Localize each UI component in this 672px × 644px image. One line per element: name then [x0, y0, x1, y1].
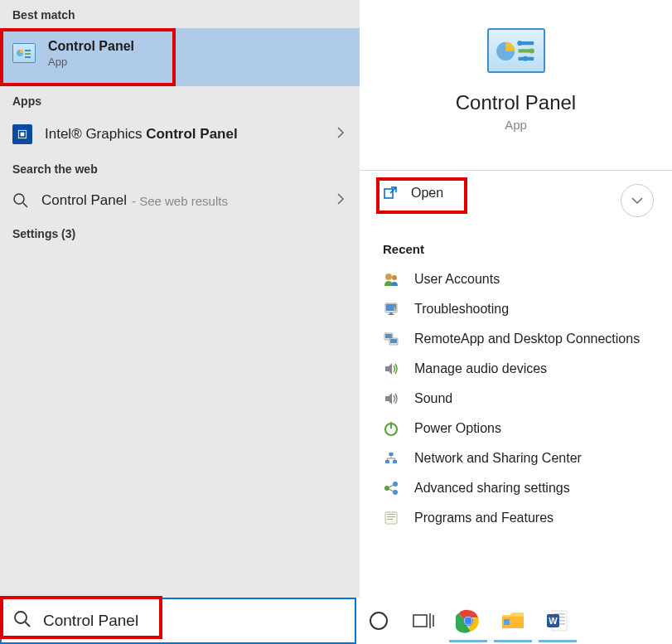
- power-options-icon: [383, 420, 399, 437]
- taskbar-search-box[interactable]: [0, 598, 356, 644]
- settings-header: Settings (3): [0, 219, 360, 247]
- file-explorer-icon[interactable]: [491, 599, 535, 642]
- recent-item-programs-features[interactable]: Programs and Features: [383, 503, 649, 533]
- svg-point-37: [384, 486, 389, 491]
- svg-point-14: [523, 56, 528, 61]
- svg-point-39: [393, 490, 398, 495]
- svg-point-38: [393, 482, 398, 487]
- recent-item-audio-devices[interactable]: Manage audio devices: [383, 354, 649, 384]
- svg-rect-1: [25, 50, 31, 51]
- best-match-item[interactable]: Control Panel App: [0, 28, 360, 86]
- svg-rect-25: [390, 339, 397, 343]
- svg-rect-23: [385, 334, 392, 338]
- svg-rect-45: [387, 519, 393, 520]
- cortana-icon[interactable]: [356, 599, 401, 642]
- svg-rect-49: [413, 615, 427, 627]
- recent-item-user-accounts[interactable]: User Accounts: [383, 264, 649, 294]
- taskbar: W: [0, 598, 672, 644]
- search-icon: [12, 192, 29, 209]
- apps-item-intel-graphics[interactable]: Intel® Graphics Control Panel: [0, 114, 360, 154]
- svg-text:W: W: [549, 616, 558, 626]
- svg-line-47: [26, 622, 31, 627]
- word-icon[interactable]: W: [535, 599, 580, 642]
- search-results-panel: Best match Control Panel App Apps Intel®…: [0, 0, 360, 598]
- svg-rect-57: [504, 619, 510, 625]
- recent-item-troubleshooting[interactable]: Troubleshooting: [383, 294, 649, 324]
- recent-item-remoteapp[interactable]: RemoteApp and Desktop Connections: [383, 324, 649, 354]
- sound-icon: [383, 390, 399, 407]
- control-panel-icon: [12, 43, 36, 63]
- recent-list: User Accounts Troubleshooting RemoteApp …: [383, 264, 649, 533]
- svg-rect-30: [385, 460, 389, 463]
- apps-header: Apps: [0, 86, 360, 114]
- control-panel-icon-large: [487, 28, 545, 73]
- svg-line-7: [23, 203, 27, 207]
- launch-icon: [383, 186, 398, 201]
- svg-point-48: [370, 613, 387, 629]
- chevron-right-icon: [336, 126, 345, 143]
- svg-rect-15: [384, 189, 393, 198]
- details-panel: Control Panel App Open Recent User Acco: [360, 0, 672, 598]
- apps-item-label: Intel® Graphics Control Panel: [45, 126, 238, 143]
- svg-rect-5: [21, 133, 25, 137]
- svg-rect-43: [387, 514, 395, 515]
- audio-devices-icon: [383, 361, 399, 377]
- svg-rect-3: [25, 56, 31, 58]
- svg-rect-31: [393, 460, 397, 463]
- svg-rect-44: [387, 516, 395, 517]
- svg-rect-21: [388, 314, 394, 315]
- intel-graphics-icon: [12, 124, 32, 144]
- chrome-icon[interactable]: [446, 599, 491, 642]
- open-action[interactable]: Open: [383, 186, 443, 201]
- svg-rect-20: [389, 312, 393, 314]
- hero-section: Control Panel App: [360, 3, 672, 148]
- hero-title: Control Panel: [456, 91, 576, 114]
- task-view-icon[interactable]: [401, 599, 446, 642]
- svg-point-12: [529, 48, 534, 53]
- search-icon: [13, 610, 31, 632]
- troubleshooting-icon: [383, 301, 399, 317]
- recent-item-network-sharing[interactable]: Network and Sharing Center: [383, 443, 649, 473]
- best-match-header: Best match: [0, 0, 360, 28]
- svg-rect-2: [25, 53, 31, 55]
- programs-features-icon: [383, 510, 399, 526]
- svg-point-10: [517, 41, 522, 46]
- open-label: Open: [411, 186, 443, 201]
- svg-rect-32: [389, 453, 394, 456]
- svg-point-46: [15, 612, 27, 623]
- recent-item-power-options[interactable]: Power Options: [383, 414, 649, 443]
- web-item-hint: - See web results: [132, 194, 228, 208]
- hero-subtitle: App: [505, 118, 527, 132]
- search-web-header: Search the web: [0, 154, 360, 182]
- svg-point-16: [385, 274, 392, 280]
- svg-point-17: [392, 275, 397, 280]
- user-accounts-icon: [383, 271, 399, 288]
- search-input[interactable]: [43, 612, 325, 630]
- svg-point-56: [465, 617, 472, 625]
- network-sharing-icon: [383, 450, 399, 467]
- svg-line-41: [389, 489, 394, 491]
- advanced-sharing-icon: [383, 480, 399, 496]
- web-item-label: Control Panel: [41, 192, 127, 209]
- svg-line-40: [389, 485, 394, 487]
- best-match-title: Control Panel: [48, 38, 134, 54]
- best-match-subtitle: App: [48, 56, 134, 68]
- recent-header: Recent: [383, 242, 649, 264]
- recent-item-sound[interactable]: Sound: [383, 384, 649, 414]
- expand-button[interactable]: [621, 184, 654, 217]
- chevron-right-icon: [336, 192, 345, 209]
- remoteapp-icon: [383, 331, 399, 347]
- svg-point-6: [14, 194, 24, 204]
- recent-item-advanced-sharing[interactable]: Advanced sharing settings: [383, 473, 649, 503]
- web-item-control-panel[interactable]: Control Panel - See web results: [0, 182, 360, 219]
